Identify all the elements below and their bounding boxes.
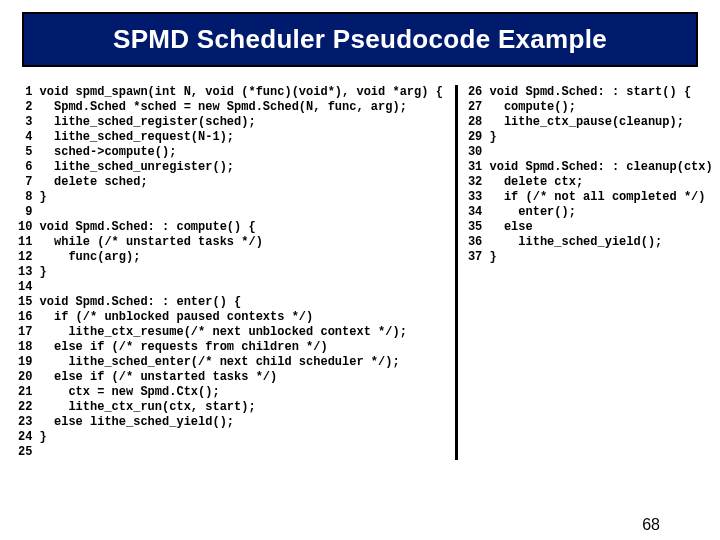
code-right: 26 void Spmd.Sched: : start() { 27 compu… [468, 85, 720, 265]
code-column-right: 26 void Spmd.Sched: : start() { 27 compu… [458, 85, 720, 460]
page-number: 68 [642, 516, 660, 534]
slide-title: SPMD Scheduler Pseudocode Example [32, 24, 688, 55]
title-bar: SPMD Scheduler Pseudocode Example [22, 12, 698, 67]
slide: SPMD Scheduler Pseudocode Example 1 void… [0, 12, 720, 540]
code-area: 1 void spmd_spawn(int N, void (*func)(vo… [18, 85, 698, 460]
code-left: 1 void spmd_spawn(int N, void (*func)(vo… [18, 85, 443, 460]
code-column-left: 1 void spmd_spawn(int N, void (*func)(vo… [18, 85, 458, 460]
